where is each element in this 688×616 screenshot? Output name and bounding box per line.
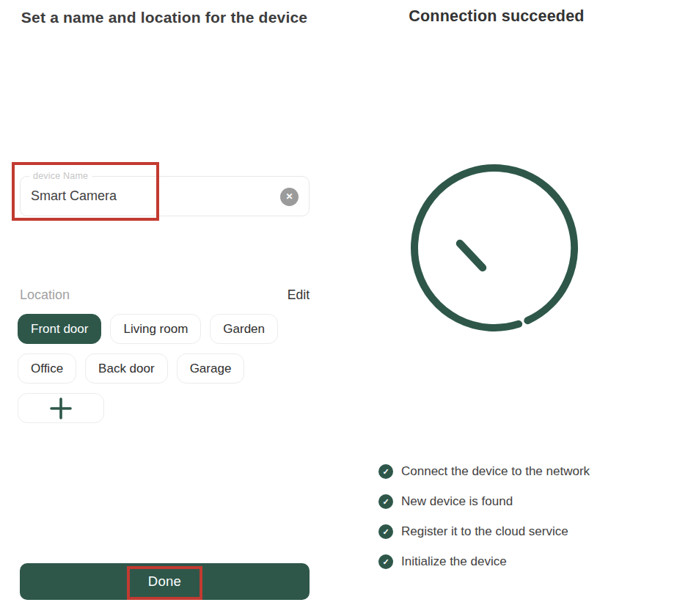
- check-circle-icon: ✓: [378, 524, 393, 539]
- page-title-right: Connection succeeded: [344, 7, 649, 26]
- location-chip-list: Front door Living room Garden Office Bac…: [18, 314, 314, 423]
- annotation-box-done: [127, 566, 202, 600]
- check-circle-icon: ✓: [378, 554, 393, 569]
- edit-locations-link[interactable]: Edit: [288, 287, 310, 303]
- setup-steps-list: ✓ Connect the device to the network ✓ Ne…: [378, 463, 590, 584]
- step-label: Connect the device to the network: [401, 464, 590, 479]
- chip-garden[interactable]: Garden: [210, 314, 278, 344]
- plus-icon: [50, 397, 72, 419]
- step-label: New device is found: [401, 494, 513, 509]
- chip-office[interactable]: Office: [18, 353, 76, 384]
- clock-hand: [460, 243, 483, 268]
- step-item: ✓ Register it to the cloud service: [378, 524, 590, 539]
- step-item: ✓ Initialize the device: [378, 554, 590, 569]
- step-item: ✓ Connect the device to the network: [378, 463, 590, 479]
- chip-front-door[interactable]: Front door: [18, 314, 101, 344]
- circle-x-icon: ✕: [285, 191, 293, 202]
- check-circle-icon: ✓: [378, 464, 393, 479]
- page-title-left: Set a name and location for the device: [18, 6, 311, 29]
- location-header: Location Edit: [20, 287, 310, 303]
- add-location-button[interactable]: [18, 393, 104, 423]
- chip-garage[interactable]: Garage: [177, 353, 245, 384]
- location-label: Location: [20, 287, 70, 303]
- step-item: ✓ New device is found: [378, 494, 590, 509]
- step-label: Register it to the cloud service: [401, 524, 568, 539]
- step-label: Initialize the device: [401, 554, 507, 569]
- screen: Set a name and location for the device d…: [0, 0, 688, 616]
- chip-back-door[interactable]: Back door: [85, 353, 168, 384]
- chip-living-room[interactable]: Living room: [110, 314, 201, 344]
- check-circle-icon: ✓: [378, 494, 393, 509]
- clock-spinner-icon: [406, 160, 582, 336]
- clear-input-button[interactable]: ✕: [280, 188, 299, 206]
- annotation-box-device-name: [12, 162, 159, 221]
